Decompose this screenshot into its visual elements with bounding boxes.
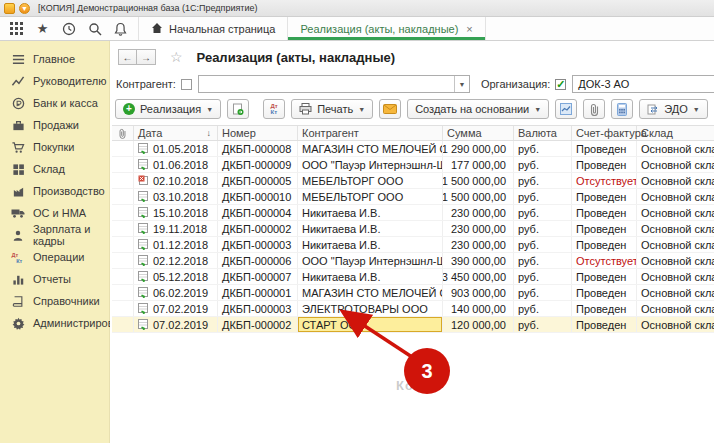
table-row-4[interactable]: 15.10.2018 ДКБП-000004 Никитаева И.В. 23… [112,205,714,221]
page-title: Реализация (акты, накладные) [197,50,396,65]
sidebar-item-12[interactable]: Администрирование [0,312,109,334]
chart-icon [11,272,25,286]
filter-row: Контрагент: ▼ Организация: ✓ ДОК-3 АО [112,75,714,93]
sort-descending-icon: ↓ [207,128,214,138]
organization-label: Организация: [481,78,550,90]
column-header-warehouse[interactable]: Склад [637,126,714,140]
trend-icon [11,74,25,88]
document-report-button[interactable] [555,99,577,119]
sidebar-item-label: Продажи [33,119,79,131]
email-button[interactable] [379,99,401,119]
sidebar-item-9[interactable]: ДтКтОперации [0,246,109,268]
sidebar-item-3[interactable]: Продажи [0,114,109,136]
quick-icons: ★ [0,17,138,40]
column-header-amount[interactable]: Сумма [443,126,514,140]
sidebar-item-2[interactable]: Банк и касса [0,92,109,114]
column-header-counterparty[interactable]: Контрагент [298,126,443,140]
cart-icon [11,140,25,154]
document-status-icon [138,319,149,330]
table-row-1[interactable]: 01.06.2018 ДКБП-000009 ООО "Пауэр Интерн… [112,157,714,173]
briefcase-icon [11,118,25,132]
favorites-star-icon[interactable]: ★ [35,21,50,36]
counterparty-checkbox[interactable] [181,79,192,90]
create-based-on-button[interactable]: Создать на основании▼ [407,99,549,119]
document-status-icon [138,271,149,282]
sidebar: ГлавноеРуководителюБанк и кассаПродажиПо… [0,41,110,443]
sidebar-item-label: Производство [33,185,105,197]
documents-table: Дата ↓ Номер Контрагент Сумма Валюта Сче… [112,125,714,333]
svg-text:Кт: Кт [16,258,22,264]
gear-icon [11,316,25,330]
svg-text:Дт: Дт [12,251,19,257]
person-icon [11,228,25,242]
copy-document-button[interactable] [227,99,249,119]
notifications-bell-icon[interactable] [113,21,128,36]
home-icon [151,22,163,36]
create-sale-button[interactable]: + Реализация▼ [115,99,221,119]
favorite-toggle-icon[interactable]: ☆ [170,49,183,65]
forward-button[interactable]: → [137,49,156,65]
column-header-number[interactable]: Номер [218,126,298,140]
table-row-highlighted[interactable]: 07.02.2019 ДКБП-000002 СТАРТ ООО 120 000… [112,317,714,333]
table-row-5[interactable]: 19.11.2018 ДКБП-000002 Никитаева И.В. 23… [112,221,714,237]
table-row-10[interactable]: 07.02.2019 ДКБП-000003 ЭЛЕКТРОТОВАРЫ ООО… [112,301,714,317]
counterparty-input[interactable]: ▼ [198,75,470,93]
sidebar-item-label: Главное [33,53,75,65]
sidebar-item-0[interactable]: Главное [0,48,109,70]
paperclip-icon [118,128,127,139]
counterparty-dropdown-icon[interactable]: ▼ [454,76,469,92]
sidebar-item-label: Покупки [33,141,74,153]
sidebar-item-10[interactable]: Отчеты [0,268,109,290]
sidebar-item-8[interactable]: Зарплата и кадры [0,224,109,246]
sidebar-item-label: Операции [33,251,84,263]
document-status-icon [138,255,149,266]
search-icon[interactable] [87,21,102,36]
tab-home[interactable]: Начальная страница [138,17,288,40]
document-status-icon [138,303,149,314]
attachments-button[interactable] [583,99,605,119]
tab-close-icon[interactable]: × [466,23,472,35]
sidebar-item-label: Отчеты [33,273,71,285]
table-row-7[interactable]: 02.12.2018 ДКБП-000006 ООО "Пауэр Интерн… [112,253,714,269]
column-header-invoice[interactable]: Счет-фактура [572,126,637,140]
edo-button[interactable]: ЭДО▼ [639,99,707,119]
document-status-icon [138,143,149,154]
window-menu-icon[interactable]: ▼ [19,3,30,14]
tab-home-label: Начальная страница [169,23,275,35]
column-header-date[interactable]: Дата ↓ [134,126,218,140]
organization-input[interactable]: ДОК-3 АО [572,75,714,93]
app-window: ▼ [КОПИЯ] Демонстрационная база (1С:Пред… [0,0,714,443]
column-header-currency[interactable]: Валюта [514,126,572,140]
table-row-8[interactable]: 05.12.2018 ДКБП-000007 Никитаева И.В. 3 … [112,269,714,285]
calculator-button[interactable] [611,99,633,119]
sidebar-item-6[interactable]: Производство [0,180,109,202]
table-body: 01.05.2018 ДКБП-000008 МАГАЗИН СТО МЕЛОЧ… [112,141,714,333]
sidebar-item-label: Склад [33,163,65,175]
counterparty-label: Контрагент: [116,78,176,90]
organization-checkbox[interactable]: ✓ [555,79,566,90]
sidebar-item-7[interactable]: ОС и НМА [0,202,109,224]
dtkt-icon: ДтКт [11,250,25,264]
plus-icon: + [123,103,135,115]
sidebar-item-5[interactable]: Склад [0,158,109,180]
attachment-column-header[interactable] [112,126,134,140]
annotation-badge-3: 3 [404,348,450,394]
sidebar-item-label: Справочники [33,295,100,307]
menu-grid-icon[interactable] [9,21,24,36]
back-button[interactable]: ← [118,49,137,65]
page-nav-row: ← → ☆ Реализация (акты, накладные) [112,46,714,68]
sidebar-item-4[interactable]: Покупки [0,136,109,158]
sidebar-item-label: Руководителю [33,75,106,87]
table-row-3[interactable]: 03.10.2018 ДКБП-000010 МЕБЕЛЬТОРГ ООО 11… [112,189,714,205]
table-row-2[interactable]: 02.10.2018 ДКБП-000005 МЕБЕЛЬТОРГ ООО 11… [112,173,714,189]
dtkt-postings-button[interactable]: ДтКт [263,99,285,119]
tab-sales-documents[interactable]: Реализация (акты, накладные) × [288,17,485,40]
document-status-icon [138,287,149,298]
print-button[interactable]: Печать▼ [291,99,373,119]
table-row-9[interactable]: 06.02.2019 ДКБП-000001 МАГАЗИН СТО МЕЛОЧ… [112,285,714,301]
sidebar-item-1[interactable]: Руководителю [0,70,109,92]
history-icon[interactable] [61,21,76,36]
table-row-6[interactable]: 01.12.2018 ДКБП-000003 Никитаева И.В. 23… [112,237,714,253]
sidebar-item-11[interactable]: Справочники [0,290,109,312]
table-row-0[interactable]: 01.05.2018 ДКБП-000008 МАГАЗИН СТО МЕЛОЧ… [112,141,714,157]
